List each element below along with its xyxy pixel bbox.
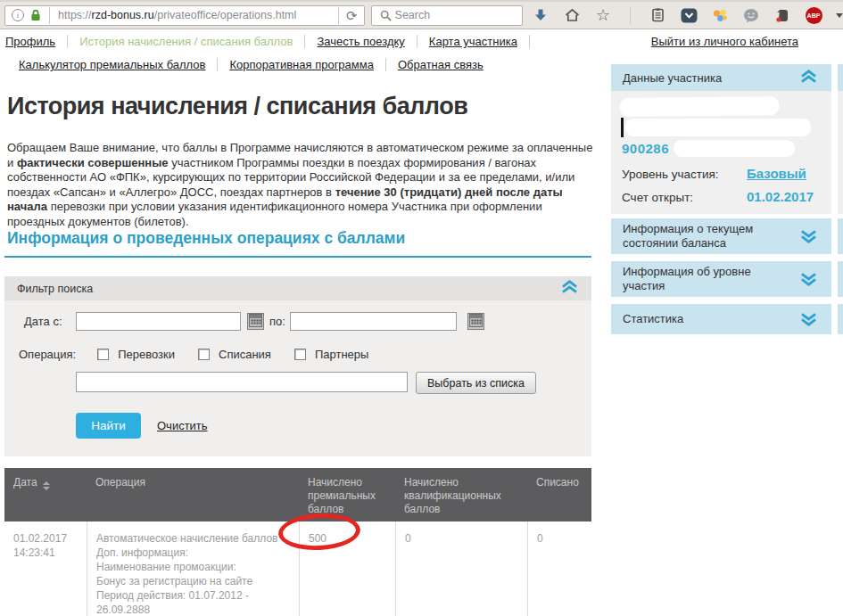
reload-icon[interactable]: ⟳: [343, 9, 360, 22]
nav-link[interactable]: Карта участника: [417, 35, 530, 48]
participant-collapse-icon[interactable]: [799, 70, 818, 86]
participant-data-header[interactable]: Данные участника: [611, 64, 831, 91]
nav-link[interactable]: Профиль: [0, 35, 68, 48]
checkbox-label: Партнеры: [315, 348, 368, 361]
filter-panel: Фильтр поиска Дата с: по: Операция: Пере…: [4, 276, 591, 456]
nav-link[interactable]: Обратная связь: [386, 58, 495, 71]
header-label: Начислено премиальных баллов: [308, 476, 376, 515]
intro-segment: перевозки при условии указания идентифик…: [7, 200, 542, 228]
chevron-up-double-icon[interactable]: [799, 70, 818, 84]
date-from-input[interactable]: [76, 312, 241, 331]
nav-row-1: ПрофильИстория начисления / списания бал…: [0, 35, 616, 48]
download-icon[interactable]: [532, 6, 550, 24]
cell-written-off: 0: [527, 522, 591, 616]
edge-sliver: [838, 261, 843, 297]
filter-header-label: Фильтр поиска: [17, 283, 93, 295]
bookmarks-list-icon[interactable]: [649, 6, 666, 24]
nav-row-2: Калькулятор премиальных балловКорпоратив…: [0, 58, 616, 71]
sidebar-panels: Информация о текущем состоянии баланса И…: [611, 218, 831, 334]
toolbar-buttons: ☆ ABP: [532, 6, 843, 24]
sidebar-panel-3[interactable]: Статистика: [611, 304, 831, 334]
chevron-down-double-icon[interactable]: [799, 229, 818, 243]
sidebar-panel-2[interactable]: Информация об уровне участия: [611, 261, 831, 297]
select-from-list-button[interactable]: Выбрать из списка: [416, 372, 536, 394]
bookmark-star-icon[interactable]: ☆: [594, 6, 612, 24]
edge-sliver: [838, 218, 843, 254]
redaction-blob: [674, 140, 795, 157]
redaction-blob: [620, 96, 779, 117]
home-icon[interactable]: [563, 6, 581, 24]
participant-data-label: Данные участника: [623, 71, 722, 85]
date-from-label: Дата с:: [24, 315, 62, 328]
lock-icon[interactable]: [27, 6, 45, 24]
operation-checkbox-партнеры[interactable]: Партнеры: [294, 348, 368, 361]
edge-sliver: [838, 64, 843, 91]
table-header-cell: Начислено квалификационных баллов: [395, 468, 527, 522]
section-title: Информация о проведенных операциях с бал…: [4, 229, 591, 248]
nav-link[interactable]: Корпоративная программа: [218, 58, 385, 71]
logout-link[interactable]: Выйти из личного кабинета: [651, 35, 798, 48]
chevron-up-double-icon[interactable]: [560, 280, 579, 294]
nav-link[interactable]: Калькулятор премиальных баллов: [7, 58, 218, 71]
cell-operation: Автоматическое начисление балловДоп. инф…: [87, 522, 299, 616]
url-text: https://rzd-bonus.ru/privateoffice/opera…: [58, 9, 334, 21]
edge-sliver: [838, 304, 843, 334]
date-to-calendar-button[interactable]: [467, 313, 484, 330]
table-header-row: ДатаОперацияНачислено премиальных баллов…: [4, 468, 591, 522]
table-header-cell[interactable]: Дата: [4, 468, 87, 522]
checkbox-icon[interactable]: [294, 349, 306, 360]
sidebar-panel-1[interactable]: Информация о текущем состоянии баланса: [611, 218, 831, 254]
date-to-input[interactable]: [290, 312, 457, 331]
sort-icon[interactable]: [43, 481, 50, 490]
clear-link[interactable]: Очистить: [157, 419, 208, 432]
find-button[interactable]: Найти: [76, 413, 141, 439]
chevron-down-double-icon[interactable]: [799, 272, 818, 286]
table-header-cell: Списано: [527, 468, 591, 522]
operation-list-input[interactable]: [76, 372, 408, 392]
filter-header[interactable]: Фильтр поиска: [4, 276, 591, 300]
participant-data-body: 900286 Уровень участия: Базовый Счет отк…: [611, 91, 831, 214]
evernote-icon[interactable]: [773, 6, 791, 24]
header-label: Начислено квалификационных баллов: [404, 476, 501, 515]
header-label: Списано: [536, 476, 579, 489]
adblock-abp-icon[interactable]: ABP: [805, 6, 822, 24]
operation-checkbox-списания[interactable]: Списания: [198, 348, 271, 361]
table-header-cell: Операция: [87, 468, 299, 522]
toolbar-divider: [630, 7, 631, 24]
account-open-value: 01.02.2017: [747, 189, 814, 204]
level-value-link[interactable]: Базовый: [747, 166, 806, 181]
section-heading: Информация о проведенных операциях с бал…: [4, 229, 591, 258]
url-divider: [338, 7, 339, 24]
checkbox-icon[interactable]: [198, 349, 210, 360]
pocket-icon[interactable]: [680, 6, 698, 24]
nav-link[interactable]: История начисления / списания баллов: [68, 35, 305, 48]
intro-bold-segment: фактически совершенные: [17, 156, 169, 169]
page-title: История начисления / списания баллов: [7, 93, 467, 120]
browser-search[interactable]: [371, 5, 523, 26]
url-bar[interactable]: i https://rzd-bonus.ru/privateoffice/ope…: [4, 5, 365, 26]
operation-line: Доп. информация:: [96, 546, 292, 560]
redaction-blob: [625, 119, 811, 136]
chevron-down-double-icon[interactable]: [799, 312, 818, 326]
checkbox-icon[interactable]: [97, 349, 109, 360]
operation-line: Автоматическое начисление баллов: [96, 531, 292, 546]
checkbox-label: Списания: [219, 348, 271, 361]
chat-smiley-icon[interactable]: [742, 6, 760, 24]
sidebar: Данные участника 900286 Уровень участия:…: [611, 64, 831, 334]
dropdown-caret-icon[interactable]: [836, 13, 843, 18]
operation-line: Наименование промоакции:: [96, 560, 292, 574]
filter-collapse-icon[interactable]: [560, 280, 579, 297]
operation-checkbox-перевозки[interactable]: Перевозки: [97, 348, 175, 361]
cell-date: 01.02.2017 14:23:41: [4, 522, 87, 616]
site-navigation: ПрофильИстория начисления / списания бал…: [0, 29, 616, 71]
date-from-calendar-button[interactable]: [247, 313, 264, 330]
nav-link[interactable]: Зачесть поездку: [305, 35, 417, 48]
url-divider: [49, 7, 50, 24]
sidebar-panel-label: Статистика: [623, 312, 774, 326]
apps-colorful-icon[interactable]: [711, 6, 729, 24]
level-label: Уровень участия:: [622, 168, 719, 181]
info-icon[interactable]: i: [9, 6, 27, 24]
checkbox-label: Перевозки: [118, 348, 175, 361]
header-label: Дата: [13, 476, 37, 489]
search-input[interactable]: [395, 9, 511, 21]
